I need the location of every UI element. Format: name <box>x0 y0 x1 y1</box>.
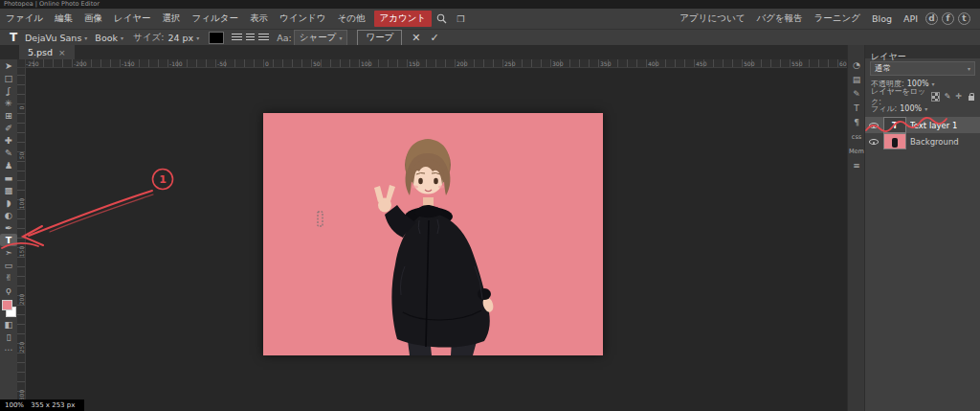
tab-close-icon[interactable]: × <box>58 48 66 57</box>
memory-panel-icon[interactable]: Mem <box>848 145 865 159</box>
discord-icon[interactable]: d <box>925 12 938 25</box>
layers-panel-title: レイヤー <box>865 52 906 61</box>
brush-tool[interactable]: ✎ <box>0 147 17 159</box>
gradient-tool[interactable]: ▩ <box>0 184 17 196</box>
font-size-select[interactable]: 24 px ▾ <box>164 33 203 43</box>
text-layer-thumbnail[interactable]: T <box>883 117 906 133</box>
lock-row: レイヤーをロック: ✎ ✛ <box>865 90 980 103</box>
ruler-top-label: 0 <box>265 60 269 67</box>
menu-item-5[interactable]: フィルター <box>187 12 244 25</box>
clone-stamp-tool[interactable]: ♟ <box>0 159 17 171</box>
healing-brush-tool[interactable]: ✚ <box>0 134 17 147</box>
menu-right-item-1[interactable]: バグを報告 <box>750 12 808 25</box>
warp-button[interactable]: ワープ <box>357 30 402 46</box>
menu-items: ファイル編集画像レイヤー選択フィルター表示ウインドウその他 <box>0 12 371 25</box>
menu-right-item-3[interactable]: Blog <box>866 13 898 24</box>
panel-icon-strip: ◔▤✎T¶cssMem≡ <box>847 45 864 411</box>
menu-right-item-2[interactable]: ラーニング <box>809 12 866 25</box>
menu-item-7[interactable]: ウインドウ <box>274 12 332 25</box>
lock-transparency-icon[interactable] <box>931 92 940 102</box>
rect-shape-tool[interactable]: ▭ <box>0 259 17 271</box>
brush-panel-icon[interactable]: ✎ <box>848 87 865 102</box>
magic-wand-tool[interactable]: ✳ <box>0 97 17 109</box>
type-tool[interactable]: T <box>0 234 17 246</box>
ruler-left-label: 150 <box>18 244 25 260</box>
menu-item-8[interactable]: その他 <box>332 12 371 25</box>
align-left-icon[interactable] <box>232 34 242 42</box>
menu-item-2[interactable]: 画像 <box>78 12 108 25</box>
menu-item-1[interactable]: 編集 <box>49 12 78 25</box>
zoom-tool[interactable]: ϙ <box>0 284 17 296</box>
canvas-image[interactable] <box>263 113 603 355</box>
ruler-top-label: 550 <box>791 60 802 67</box>
facebook-icon[interactable]: f <box>942 12 954 25</box>
visibility-eye-icon[interactable] <box>868 136 880 147</box>
menu-item-4[interactable]: 選択 <box>157 12 187 25</box>
path-select-tool[interactable]: ➣ <box>0 246 17 259</box>
screen-mode-tool[interactable]: ▯ <box>0 331 17 343</box>
fill-value[interactable]: 100% <box>900 104 922 113</box>
paragraph-panel-icon[interactable]: ¶ <box>848 116 865 130</box>
dodge-tool[interactable]: ◐ <box>0 209 17 221</box>
window-title: Photopea | Online Photo Editor <box>0 0 980 9</box>
ruler-top-label: -150 <box>122 60 135 67</box>
ruler-left-label: 50 <box>18 148 25 164</box>
layer-row-background[interactable]: Background <box>865 133 980 149</box>
layer-row-text[interactable]: T Text layer 1 <box>865 117 980 133</box>
history-panel-icon[interactable]: ◔ <box>848 58 865 73</box>
twitter-icon[interactable]: t <box>958 12 970 25</box>
color-swatches[interactable] <box>0 299 17 318</box>
css-panel-icon[interactable]: css <box>848 130 865 145</box>
blend-mode-select[interactable]: 通常 ▾ <box>870 61 975 76</box>
antialias-value: シャープ <box>300 32 337 44</box>
chevron-down-icon: ▾ <box>339 34 342 41</box>
more-tools[interactable]: ⋯ <box>0 343 17 355</box>
background-layer-thumbnail[interactable] <box>883 133 906 149</box>
font-family-select[interactable]: DejaVu Sans ▾ <box>21 33 91 43</box>
cancel-edit-icon[interactable]: ✕ <box>412 32 420 44</box>
visibility-eye-icon[interactable] <box>868 120 880 130</box>
lock-all-icon[interactable] <box>969 96 974 101</box>
fullscreen-icon[interactable]: ❒ <box>457 14 464 24</box>
text-color-swatch[interactable] <box>209 32 224 44</box>
blur-tool[interactable]: ◗ <box>0 196 17 209</box>
ruler-top-label: -250 <box>26 60 39 67</box>
eraser-tool[interactable]: ▬ <box>0 171 17 184</box>
layer-name[interactable]: Background <box>910 137 959 147</box>
select-tool[interactable]: □ <box>0 72 17 84</box>
menu-right-item-0[interactable]: アプリについて <box>674 12 750 25</box>
ruler-top-label: 50 <box>313 60 321 67</box>
canvas-area[interactable]: -250-200-150-100-50050100150200250300350… <box>17 59 847 411</box>
tool-options-bar: T DejaVu Sans ▾ Book ▾ サイズ: 24 px ▾ Aa: … <box>0 29 980 45</box>
move-tool[interactable]: ➤ <box>0 59 17 72</box>
font-style-select[interactable]: Book ▾ <box>91 33 127 43</box>
document-tab[interactable]: 5.psd × <box>19 45 75 59</box>
confirm-edit-icon[interactable]: ✓ <box>431 32 439 44</box>
lasso-tool[interactable]: ʆ <box>0 84 17 97</box>
align-center-icon[interactable] <box>246 34 255 42</box>
fill-label: フィル: <box>871 103 897 114</box>
notes-panel-icon[interactable]: ≡ <box>848 159 865 173</box>
align-right-icon[interactable] <box>258 34 269 42</box>
character-panel-icon[interactable]: T <box>848 102 865 116</box>
antialias-select[interactable]: シャープ ▾ <box>294 30 348 46</box>
antialias-label: Aa: <box>277 33 292 43</box>
layer-name[interactable]: Text layer 1 <box>910 121 957 130</box>
ruler-top-label: 350 <box>600 60 611 67</box>
pen-tool[interactable]: ✒ <box>0 221 17 234</box>
account-button[interactable]: アカウント <box>374 11 433 27</box>
hand-tool[interactable]: ✌ <box>0 271 17 284</box>
quick-mask-tool[interactable]: ◧ <box>0 318 17 331</box>
menu-item-0[interactable]: ファイル <box>0 12 49 25</box>
layers-panel-header[interactable]: レイヤー <box>865 45 980 58</box>
crop-tool[interactable]: ⊞ <box>0 109 17 122</box>
menu-item-6[interactable]: 表示 <box>244 12 274 25</box>
menu-item-3[interactable]: レイヤー <box>108 12 157 25</box>
swatches-panel-icon[interactable]: ▤ <box>848 73 865 87</box>
menu-right-item-4[interactable]: API <box>898 13 924 24</box>
foreground-color-swatch[interactable] <box>2 300 12 310</box>
lock-pixels-icon[interactable]: ✎ <box>945 92 951 101</box>
eyedropper-tool[interactable]: ✐ <box>0 122 17 134</box>
search-icon[interactable] <box>436 13 447 24</box>
lock-position-icon[interactable]: ✛ <box>955 92 962 101</box>
